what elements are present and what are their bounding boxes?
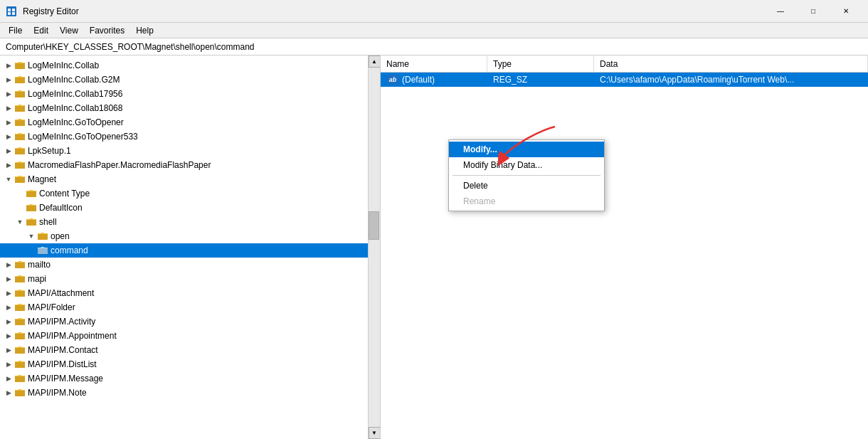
folder-icon xyxy=(14,102,26,114)
tree-item-mapi-folder[interactable]: ▶ MAPI/Folder xyxy=(0,300,368,314)
tree-item-gotoopener[interactable]: ▶ LogMeInInc.GoToOpener xyxy=(0,115,368,129)
tree-item-label: LogMeInInc.Collab xyxy=(28,60,99,70)
window-controls: — □ ✕ xyxy=(764,0,862,23)
expand-icon: ▶ xyxy=(3,387,14,398)
tree-item-mapi-ipm-activity[interactable]: ▶ MAPI/IPM.Activity xyxy=(0,314,368,329)
right-header: Name Type Data xyxy=(381,55,868,73)
menu-favorites[interactable]: Favorites xyxy=(84,23,130,38)
context-menu-delete[interactable]: Delete xyxy=(449,178,604,194)
folder-icon xyxy=(14,131,26,142)
address-bar: Computer\HKEY_CLASSES_ROOT\Magnet\shell\… xyxy=(0,38,868,55)
tree-item-label: open xyxy=(51,231,70,241)
tree-item-label: LpkSetup.1 xyxy=(28,146,71,156)
tree-item-logmeincollab[interactable]: ▶ LogMeInInc.Collab xyxy=(0,58,368,73)
menu-help[interactable]: Help xyxy=(130,23,159,38)
tree-item-mapi-ipm-appointment[interactable]: ▶ MAPI/IPM.Appointment xyxy=(0,329,368,343)
maximize-button[interactable]: □ xyxy=(797,0,830,23)
tree-item-mapi-ipm-distlist[interactable]: ▶ MAPI/IPM.DistList xyxy=(0,357,368,371)
tree-item-label: mailto xyxy=(28,260,51,270)
cell-data-default: C:\Users\afamo\AppData\Roaming\uTorrent … xyxy=(594,73,868,86)
tree-item-mapi[interactable]: ▶ mapi xyxy=(0,272,368,286)
tree-item-lpksetup[interactable]: ▶ LpkSetup.1 xyxy=(0,144,368,158)
tree-item-magnet[interactable]: ▼ Magnet xyxy=(0,172,368,186)
scroll-up-arrow[interactable]: ▲ xyxy=(369,55,381,68)
folder-icon xyxy=(14,287,26,299)
expand-icon: ▶ xyxy=(3,359,14,370)
expand-icon: ▶ xyxy=(3,259,14,270)
expand-icon: ▶ xyxy=(3,159,14,171)
tree-item-label: shell xyxy=(39,217,57,227)
tree-item-label: command xyxy=(51,245,88,255)
folder-icon xyxy=(14,359,26,370)
right-content[interactable]: ab (Default) REG_SZ C:\Users\afamo\AppDa… xyxy=(381,73,868,439)
tree-item-label: MAPI/IPM.Message xyxy=(28,374,103,384)
menu-file[interactable]: File xyxy=(3,23,28,38)
expand-icon: ▶ xyxy=(3,131,14,142)
scroll-thumb[interactable] xyxy=(369,211,379,240)
column-header-name: Name xyxy=(381,55,487,73)
folder-icon xyxy=(14,330,26,342)
context-menu-rename: Rename xyxy=(449,194,604,209)
scroll-track[interactable] xyxy=(369,68,380,427)
context-menu-modify[interactable]: Modify... xyxy=(449,142,604,157)
expand-icon: ▼ xyxy=(26,231,37,242)
svg-rect-1 xyxy=(8,9,11,11)
menu-bar: File Edit View Favorites Help xyxy=(0,23,868,38)
app-title: Registry Editor xyxy=(23,6,79,16)
tree-item-logmein-g2m[interactable]: ▶ LogMeInInc.Collab.G2M xyxy=(0,73,368,87)
tree-item-mapi-ipm-note[interactable]: ▶ MAPI/IPM.Note xyxy=(0,386,368,400)
tree-item-logmein-17956[interactable]: ▶ LogMeInInc.Collab17956 xyxy=(0,87,368,101)
folder-icon xyxy=(14,387,26,398)
close-button[interactable]: ✕ xyxy=(830,0,862,23)
folder-icon xyxy=(37,245,48,256)
tree-item-gotoopener533[interactable]: ▶ LogMeInInc.GoToOpener533 xyxy=(0,129,368,144)
expand-icon: ▶ xyxy=(3,145,14,157)
expand-icon: ▶ xyxy=(3,373,14,384)
tree-item-label: MAPI/IPM.Note xyxy=(28,388,87,398)
context-menu-modify-binary[interactable]: Modify Binary Data... xyxy=(449,157,604,173)
tree-item-mapi-ipm-message[interactable]: ▶ MAPI/IPM.Message xyxy=(0,371,368,386)
minimize-button[interactable]: — xyxy=(764,0,797,23)
tree-panel: ▶ LogMeInInc.Collab ▶ LogMeInInc.Collab.… xyxy=(0,55,381,439)
tree-item-label: MAPI/IPM.Activity xyxy=(28,317,95,327)
tree-item-logmein-18068[interactable]: ▶ LogMeInInc.Collab18068 xyxy=(0,101,368,115)
tree-item-shell[interactable]: ▼ shell xyxy=(0,215,368,229)
tree-item-label: MAPI/IPM.Appointment xyxy=(28,331,117,341)
tree-item-defaulticon[interactable]: DefaultIcon xyxy=(0,201,368,215)
folder-icon xyxy=(14,373,26,384)
folder-icon xyxy=(14,174,26,185)
expand-icon: ▶ xyxy=(3,273,14,285)
expand-icon: ▶ xyxy=(3,316,14,327)
tree-item-macromedia[interactable]: ▶ MacromediaFlashPaper.MacromediaFlashPa… xyxy=(0,158,368,172)
folder-icon xyxy=(14,273,26,285)
tree-item-command[interactable]: command xyxy=(0,243,368,258)
menu-view[interactable]: View xyxy=(54,23,84,38)
title-bar: Registry Editor — □ ✕ xyxy=(0,0,868,23)
reg-type-icon: ab xyxy=(386,75,399,85)
folder-icon xyxy=(14,88,26,100)
folder-icon xyxy=(26,216,37,228)
tree-content[interactable]: ▶ LogMeInInc.Collab ▶ LogMeInInc.Collab.… xyxy=(0,55,368,439)
tree-item-label: DefaultIcon xyxy=(39,203,83,213)
cell-name-default: ab (Default) xyxy=(381,73,487,86)
tree-item-mailto[interactable]: ▶ mailto xyxy=(0,258,368,272)
expand-icon: ▶ xyxy=(3,287,14,299)
tree-item-label: Content Type xyxy=(39,189,90,199)
scroll-down-arrow[interactable]: ▼ xyxy=(369,427,381,439)
column-header-type: Type xyxy=(487,55,594,73)
folder-icon xyxy=(14,159,26,171)
expand-icon: ▶ xyxy=(3,302,14,313)
tree-item-content-type[interactable]: Content Type xyxy=(0,186,368,201)
folder-icon xyxy=(14,145,26,157)
app-icon xyxy=(6,6,17,17)
expand-icon: ▶ xyxy=(3,344,14,356)
tree-item-open[interactable]: ▼ open xyxy=(0,229,368,243)
menu-edit[interactable]: Edit xyxy=(28,23,54,38)
context-menu: Modify... Modify Binary Data... Delete R… xyxy=(448,139,605,211)
right-panel: Name Type Data ab (Default) REG_SZ C:\Us… xyxy=(381,55,868,439)
tree-item-mapi-attachment[interactable]: ▶ MAPI/Attachment xyxy=(0,286,368,300)
tree-item-mapi-ipm-contact[interactable]: ▶ MAPI/IPM.Contact xyxy=(0,343,368,357)
tree-scrollbar[interactable]: ▲ ▼ xyxy=(368,55,380,439)
registry-row-default[interactable]: ab (Default) REG_SZ C:\Users\afamo\AppDa… xyxy=(381,73,868,87)
folder-icon xyxy=(14,60,26,71)
